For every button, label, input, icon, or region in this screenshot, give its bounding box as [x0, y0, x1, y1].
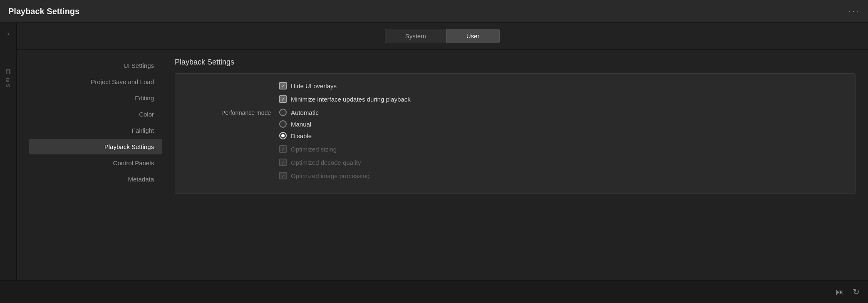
left-strip: › n ia S	[0, 23, 17, 280]
checkmark-icon: ✓	[281, 83, 285, 89]
optimized-sizing-checkbox[interactable]: ✓	[279, 145, 287, 153]
radio-dot	[281, 134, 285, 137]
settings-nav: UI Settings Project Save and Load Editin…	[29, 58, 162, 272]
sidebar-item-ui-settings[interactable]: UI Settings	[29, 58, 162, 73]
hide-ui-overlays-checkbox[interactable]: ✓	[279, 82, 287, 89]
left-strip-letter: n	[5, 65, 11, 76]
tab-user[interactable]: User	[446, 29, 500, 43]
hide-ui-overlays-label: Hide UI overlays	[291, 82, 337, 89]
optimized-image-checkbox[interactable]: ✓	[279, 172, 287, 179]
left-strip-text: ia S	[5, 78, 11, 87]
optimized-sizing-row: ✓ Optimized sizing	[279, 145, 843, 153]
settings-panel: Playback Settings ✓ Hide UI overlays ✓	[162, 58, 856, 272]
bottom-bar: ⏭ ↻	[0, 280, 868, 303]
settings-box: ✓ Hide UI overlays ✓ Minimize interface …	[175, 73, 856, 194]
optimized-sizing-label: Optimized sizing	[291, 146, 337, 153]
radio-disable[interactable]	[279, 132, 287, 139]
radio-manual-row: Manual	[279, 120, 319, 128]
checkmark-icon-2: ✓	[281, 97, 285, 102]
performance-mode-row: Performance mode Automatic Manual	[188, 109, 843, 139]
tab-group: System User	[385, 29, 500, 43]
more-options-icon[interactable]: ···	[848, 6, 860, 17]
sidebar-item-editing[interactable]: Editing	[29, 90, 162, 106]
optimized-decode-checkbox[interactable]: ✓	[279, 159, 287, 166]
radio-manual[interactable]	[279, 120, 287, 128]
performance-mode-label: Performance mode	[188, 109, 279, 116]
content-area: System User UI Settings Project Save and…	[17, 23, 868, 280]
tab-bar: System User	[17, 23, 868, 50]
panel-title: Playback Settings	[175, 58, 856, 67]
optimized-image-row: ✓ Optimized image processing	[279, 172, 843, 179]
repeat-icon[interactable]: ↻	[853, 287, 860, 297]
main-container: › n ia S System User UI Settings Project…	[0, 23, 868, 280]
radio-automatic-label: Automatic	[291, 109, 319, 116]
optimized-decode-row: ✓ Optimized decode quality	[279, 159, 843, 166]
tab-system[interactable]: System	[385, 29, 446, 43]
skip-to-end-icon[interactable]: ⏭	[836, 287, 844, 297]
checkmark-icon-5: ✓	[281, 173, 285, 179]
sidebar-item-project-save-load[interactable]: Project Save and Load	[29, 74, 162, 89]
minimize-interface-checkbox[interactable]: ✓	[279, 95, 287, 103]
radio-disable-label: Disable	[291, 132, 312, 139]
sidebar-item-playback-settings[interactable]: Playback Settings	[29, 139, 162, 154]
performance-mode-radio-group: Automatic Manual	[279, 109, 319, 139]
radio-automatic-row: Automatic	[279, 109, 319, 116]
radio-automatic[interactable]	[279, 109, 287, 116]
sidebar-item-color[interactable]: Color	[29, 107, 162, 122]
optimized-decode-label: Optimized decode quality	[291, 159, 361, 166]
sidebar-item-metadata[interactable]: Metadata	[29, 171, 162, 187]
settings-layout: UI Settings Project Save and Load Editin…	[17, 50, 868, 280]
sidebar-item-fairlight[interactable]: Fairlight	[29, 123, 162, 138]
window-title: Playback Settings	[8, 7, 79, 16]
radio-manual-label: Manual	[291, 121, 311, 128]
title-bar: Playback Settings ···	[0, 0, 868, 23]
checkmark-icon-3: ✓	[281, 147, 285, 152]
minimize-interface-row: ✓ Minimize interface updates during play…	[279, 95, 843, 103]
collapse-arrow[interactable]: ›	[5, 27, 11, 40]
checkmark-icon-4: ✓	[281, 160, 285, 165]
radio-disable-row: Disable	[279, 132, 319, 139]
hide-ui-overlays-row: ✓ Hide UI overlays	[279, 82, 843, 89]
optimized-image-label: Optimized image processing	[291, 172, 370, 179]
minimize-interface-label: Minimize interface updates during playba…	[291, 96, 411, 103]
sidebar-item-control-panels[interactable]: Control Panels	[29, 155, 162, 171]
